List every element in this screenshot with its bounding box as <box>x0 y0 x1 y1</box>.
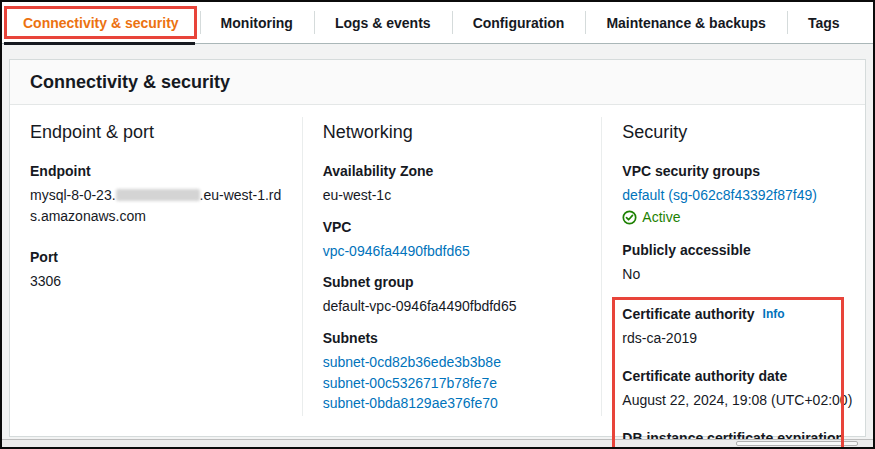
publicly-accessible-value: No <box>622 264 855 285</box>
vpc-security-groups-label: VPC security groups <box>622 163 855 179</box>
tab-label: Logs & events <box>335 15 431 31</box>
security-column: Security VPC security groups default (sg… <box>602 105 865 438</box>
vpc-security-groups-field: VPC security groups default (sg-062c8f43… <box>622 163 855 225</box>
tab-label: Configuration <box>473 15 565 31</box>
tab-label: Maintenance & backups <box>606 15 766 31</box>
tab-label: Connectivity & security <box>23 15 179 31</box>
subnet-link[interactable]: subnet-0cd82b36ede3b3b8e <box>323 352 501 372</box>
horizontal-scrollbar-thumb[interactable] <box>736 441 858 446</box>
tab-configuration[interactable]: Configuration <box>452 2 586 43</box>
certificate-authority-date-field: Certificate authority date August 22, 20… <box>622 368 855 411</box>
redacted-endpoint-segment <box>116 189 200 201</box>
certificate-section: Certificate authorityInfo rds-ca-2019 Ce… <box>622 306 855 449</box>
subnet-group-field: Subnet group default-vpc-0946fa4490fbdfd… <box>323 274 584 317</box>
vpc-link[interactable]: vpc-0946fa4490fbdfd65 <box>323 241 470 261</box>
status-badge: Active <box>642 209 680 225</box>
tab-label: Tags <box>808 15 840 31</box>
certificate-authority-field: Certificate authorityInfo rds-ca-2019 <box>622 306 855 349</box>
endpoint-label: Endpoint <box>30 163 284 179</box>
certificate-authority-date-value: August 22, 2024, 19:08 (UTC+02:00) <box>622 390 855 411</box>
endpoint-prefix: mysql-8-0-23. <box>30 187 116 203</box>
subnet-group-label: Subnet group <box>323 274 584 290</box>
port-label: Port <box>30 249 284 265</box>
panel-title: Connectivity & security <box>30 72 845 93</box>
panel-body: Endpoint & port Endpoint mysql-8-0-23..e… <box>10 105 865 438</box>
subnet-group-value: default-vpc-0946fa4490fbdfd65 <box>323 296 584 317</box>
certificate-authority-value: rds-ca-2019 <box>622 328 855 349</box>
subnet-link[interactable]: subnet-00c5326717b78fe7e <box>323 373 497 393</box>
tab-maintenance-backups[interactable]: Maintenance & backups <box>585 2 787 43</box>
availability-zone-label: Availability Zone <box>323 163 584 179</box>
publicly-accessible-label: Publicly accessible <box>622 242 855 258</box>
security-group-link[interactable]: default (sg-062c8f43392f87f49) <box>622 185 817 205</box>
vpc-label: VPC <box>323 219 584 235</box>
rds-instance-details-screen: Connectivity & security Monitoring Logs … <box>0 0 875 449</box>
endpoint-value: mysql-8-0-23..eu-west-1.rds.amazonaws.co… <box>30 185 284 227</box>
security-heading: Security <box>622 122 855 143</box>
certificate-authority-label: Certificate authorityInfo <box>622 306 855 322</box>
horizontal-scrollbar[interactable] <box>2 439 873 447</box>
subnet-link[interactable]: subnet-0bda8129ae376fe70 <box>323 393 498 413</box>
certificate-authority-date-label: Certificate authority date <box>622 368 855 384</box>
tab-logs-events[interactable]: Logs & events <box>314 2 452 43</box>
availability-zone-field: Availability Zone eu-west-1c <box>323 163 584 206</box>
endpoint-field: Endpoint mysql-8-0-23..eu-west-1.rds.ama… <box>30 163 284 227</box>
tab-monitoring[interactable]: Monitoring <box>200 2 314 43</box>
subnets-field: Subnets subnet-0cd82b36ede3b3b8e subnet-… <box>323 330 584 413</box>
tab-connectivity-security[interactable]: Connectivity & security <box>2 2 200 43</box>
availability-zone-value: eu-west-1c <box>323 185 584 206</box>
panel-header: Connectivity & security <box>10 60 865 105</box>
endpoint-port-column: Endpoint & port Endpoint mysql-8-0-23..e… <box>10 105 302 438</box>
check-circle-icon <box>622 210 637 225</box>
tab-label: Monitoring <box>221 15 293 31</box>
networking-heading: Networking <box>323 122 584 143</box>
info-link[interactable]: Info <box>763 307 785 321</box>
active-tab-underline <box>4 42 195 45</box>
port-field: Port 3306 <box>30 249 284 292</box>
security-group-status: Active <box>622 209 855 225</box>
tab-tags[interactable]: Tags <box>787 2 861 43</box>
networking-column: Networking Availability Zone eu-west-1c … <box>303 105 602 438</box>
detail-tabbar: Connectivity & security Monitoring Logs … <box>2 2 873 44</box>
vpc-field: VPC vpc-0946fa4490fbdfd65 <box>323 219 584 261</box>
port-value: 3306 <box>30 271 284 292</box>
connectivity-security-panel: Connectivity & security Endpoint & port … <box>9 59 866 437</box>
subnets-label: Subnets <box>323 330 584 346</box>
endpoint-port-heading: Endpoint & port <box>30 122 284 143</box>
publicly-accessible-field: Publicly accessible No <box>622 242 855 285</box>
tab-content-area: Connectivity & security Endpoint & port … <box>2 44 873 437</box>
